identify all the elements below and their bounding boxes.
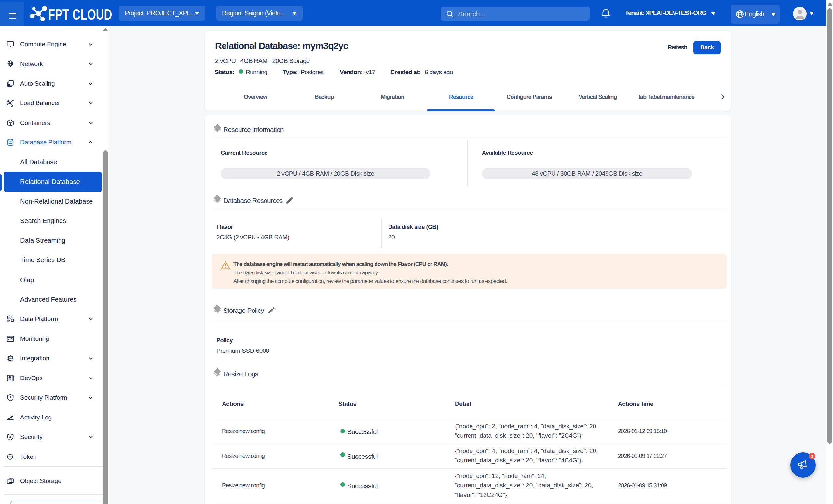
svg-text:API: API — [9, 358, 12, 360]
